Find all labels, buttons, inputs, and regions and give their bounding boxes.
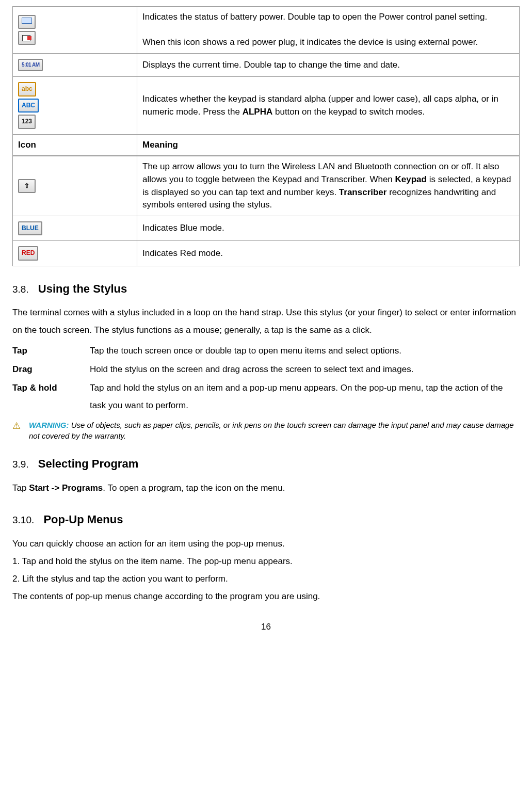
- body-line: The contents of pop-up menus change acco…: [12, 588, 520, 605]
- body-line: You can quickly choose an action for an …: [12, 535, 520, 553]
- meaning-text: When this icon shows a red power plug, i…: [142, 37, 478, 47]
- icon-cell: ⇧: [13, 156, 137, 216]
- table-row: Indicates the status of battery power. D…: [13, 7, 520, 54]
- table-row: BLUE Indicates Blue mode.: [13, 216, 520, 240]
- icon-cell: RED: [13, 241, 137, 266]
- definition-desc: Tap and hold the stylus on an item and a…: [90, 379, 520, 414]
- warning-text: Use of objects, such as paper clips, pen…: [29, 421, 514, 440]
- definition-term: Drag: [12, 361, 90, 378]
- meaning-text: Indicates the status of battery power. D…: [142, 12, 487, 22]
- body-line: 1. Tap and hold the stylus on the item n…: [12, 553, 520, 570]
- header-meaning: Meaning: [137, 134, 520, 156]
- warning-block: ⚠ WARNING: Use of objects, such as paper…: [12, 420, 520, 441]
- section-heading-3-10: 3.10. Pop-Up Menus: [12, 511, 520, 528]
- up-arrow-icon: ⇧: [18, 179, 36, 193]
- section-paragraph: The terminal comes with a stylus include…: [12, 304, 520, 339]
- meaning-cell: Indicates Red mode.: [137, 241, 520, 266]
- numeric-icon: 123: [18, 115, 36, 128]
- clock-icon: 5:01 AM: [18, 59, 43, 72]
- section-heading-3-9: 3.9. Selecting Program: [12, 456, 520, 472]
- red-mode-icon: RED: [18, 246, 38, 260]
- meaning-cell: Displays the current time. Double tap to…: [137, 53, 520, 77]
- blue-mode-icon: BLUE: [18, 221, 42, 235]
- section-number: 3.9.: [12, 459, 29, 470]
- section-paragraph: Tap Start -> Programs. To open a program…: [12, 479, 520, 497]
- table-row: 5:01 AM Displays the current time. Doubl…: [13, 53, 520, 77]
- meaning-cell: Indicates whether the keypad is standard…: [137, 77, 520, 134]
- page-number: 16: [12, 621, 520, 634]
- definition-list: Tap Tap the touch screen once or double …: [12, 342, 520, 414]
- definition-row: Tap & hold Tap and hold the stylus on an…: [12, 379, 520, 414]
- alpha-lowercase-icon: abc: [18, 82, 36, 96]
- icon-cell: BLUE: [13, 216, 137, 240]
- meaning-cell: The up arrow allows you to turn the Wire…: [137, 156, 520, 216]
- section-title: Selecting Program: [38, 457, 138, 470]
- header-icon: Icon: [13, 134, 137, 156]
- meaning-cell: Indicates the status of battery power. D…: [137, 7, 520, 54]
- warning-label: WARNING:: [29, 421, 69, 429]
- table-header-row: Icon Meaning: [13, 134, 520, 156]
- power-plug-icon: [18, 31, 36, 45]
- body-line: 2. Lift the stylus and tap the action yo…: [12, 570, 520, 588]
- definition-desc: Tap the touch screen once or double tap …: [90, 342, 520, 360]
- section-number: 3.10.: [12, 514, 34, 525]
- definition-desc: Hold the stylus on the screen and drag a…: [90, 361, 520, 378]
- battery-icon: [18, 15, 36, 29]
- definition-term: Tap & hold: [12, 379, 90, 414]
- icon-cell: [13, 7, 137, 54]
- definition-term: Tap: [12, 342, 90, 360]
- icon-cell: 5:01 AM: [13, 53, 137, 77]
- table-row: RED Indicates Red mode.: [13, 241, 520, 266]
- alpha-uppercase-icon: ABC: [18, 99, 39, 112]
- warning-icon: ⚠: [12, 420, 24, 432]
- icon-cell: abc ABC 123: [13, 77, 137, 134]
- meaning-cell: Indicates Blue mode.: [137, 216, 520, 240]
- table-row: ⇧ The up arrow allows you to turn the Wi…: [13, 156, 520, 216]
- definition-row: Tap Tap the touch screen once or double …: [12, 342, 520, 360]
- definition-row: Drag Hold the stylus on the screen and d…: [12, 361, 520, 378]
- table-row: abc ABC 123 Indicates whether the keypad…: [13, 77, 520, 134]
- section-heading-3-8: 3.8. Using the Stylus: [12, 281, 520, 297]
- section-title: Pop-Up Menus: [43, 513, 123, 526]
- section-number: 3.8.: [12, 284, 29, 295]
- icon-meaning-table-1: Indicates the status of battery power. D…: [12, 6, 520, 266]
- section-title: Using the Stylus: [38, 282, 127, 295]
